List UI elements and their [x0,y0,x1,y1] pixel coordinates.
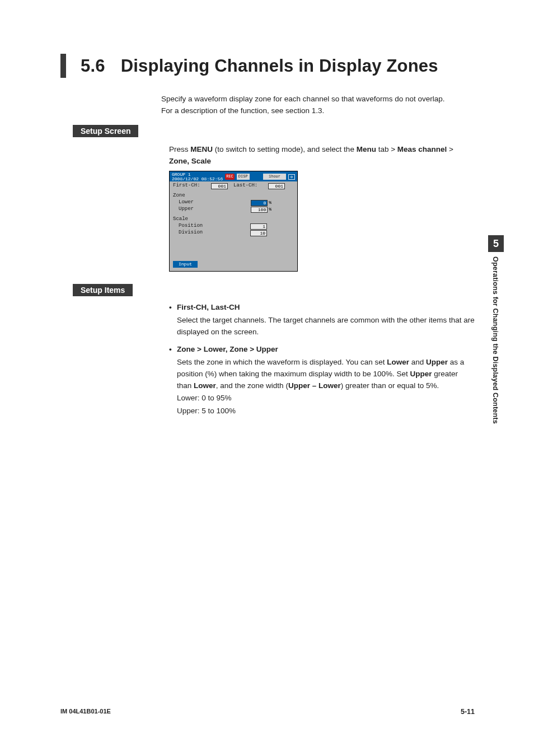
scr-input-button[interactable]: Input [173,261,198,268]
intro-line-2: For a description of the function, see s… [161,105,475,117]
chapter-title-vertical: Operations for Changing the Displayed Co… [488,256,499,424]
scr-division-label: Division [179,229,211,237]
scr-division-value[interactable]: 10 [250,230,267,236]
item1-title: First-CH, Last-CH [177,302,240,314]
scr-upper-label: Upper [179,206,211,213]
scr-lower-unit: % [269,199,271,206]
scr-position-value[interactable]: 1 [250,223,267,230]
device-screenshot: GROUP 1 2008/12/02 08:52:56 REC DISP 1ho… [169,171,298,272]
setup-screen-label: Setup Screen [73,125,138,137]
scr-rec-badge: REC [225,174,235,180]
side-tab: 5 Operations for Changing the Displayed … [488,235,504,424]
item2-text: Sets the zone in which the waveform is d… [177,357,475,392]
bullet-dot: • [169,344,177,356]
scr-firstch-value[interactable]: 001 [211,183,228,189]
heading-accent-bar [60,54,66,78]
heading-number: 5.6 [81,54,105,78]
chapter-number-box: 5 [488,235,504,252]
scr-lower-value[interactable]: 0 [251,200,268,206]
footer-doc-id: IM 04L41B01-01E [60,708,111,716]
scr-lastch-label: Last-CH: [233,182,268,190]
heading-title: Displaying Channels in Display Zones [121,54,438,78]
section-heading: 5.6 Displaying Channels in Display Zones [60,54,475,78]
scr-upper-unit: % [269,206,271,213]
item2-lower-range: Lower: 0 to 95% [177,393,475,404]
bullet-dot: • [169,302,177,314]
item1-text: Select the target channels. The target c… [177,315,475,338]
item2-upper-range: Upper: 5 to 100% [177,405,475,417]
scr-firstch-label: First-CH: [173,182,211,190]
scr-disp-badge: DISP [237,174,250,180]
item2-title: Zone > Lower, Zone > Upper [177,344,278,356]
setup-screen-target: Zone, Scale [169,156,475,167]
intro-line-1: Specify a waveform display zone for each… [161,94,475,105]
setup-screen-instruction: Press MENU (to switch to setting mode), … [169,144,475,156]
scr-lastch-value[interactable]: 001 [268,183,285,189]
footer-page-number: 5-11 [461,708,475,716]
scr-upper-value[interactable]: 100 [251,207,268,213]
scr-time-scale: 1hour [263,174,286,180]
setup-items-label: Setup Items [73,284,133,296]
scr-timestamp: 2008/12/02 08:52:56 [172,177,223,181]
scr-status-icon [288,174,295,180]
